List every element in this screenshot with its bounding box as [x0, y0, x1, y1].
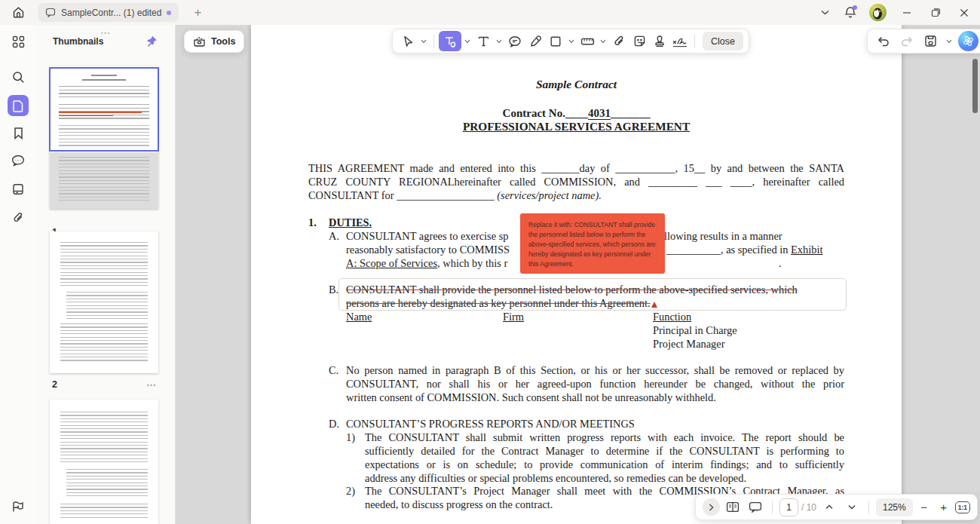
item-1-paragraph: The CONSULTANT shall submit written prog… — [365, 431, 844, 485]
thumbnail-page-3[interactable] — [50, 400, 158, 524]
sidebar-item-thumbnails[interactable] — [8, 95, 29, 116]
doc-heading: PROFESSIONAL SERVICES AGREEMENT — [463, 120, 690, 133]
highlighter-tool-button[interactable] — [525, 32, 545, 51]
paragraph-c: No person named in paragraph B of this S… — [346, 363, 844, 404]
notifications-button[interactable] — [839, 2, 862, 23]
page-options-button[interactable]: ⋯ — [146, 379, 158, 391]
sticky-note-tool-button[interactable] — [505, 32, 525, 51]
collapse-toolbar-button[interactable] — [813, 2, 836, 23]
text-tool-button[interactable] — [473, 32, 493, 51]
document-canvas: Sample Contract Contract No.____4031____… — [176, 25, 980, 524]
cursor-arrow-icon — [402, 35, 415, 47]
comment-bubble-icon — [11, 155, 25, 167]
grid-icon — [12, 35, 25, 48]
home-button[interactable] — [8, 3, 28, 23]
pin-panel-button[interactable] — [145, 35, 158, 48]
paragraph-b-line-2[interactable]: persons are hereby designated as key per… — [346, 296, 657, 310]
thumb2-textblock — [66, 292, 148, 319]
panel-menu-button[interactable] — [8, 31, 29, 52]
sidebar-item-bookmarks[interactable] — [8, 122, 29, 143]
avatar[interactable] — [869, 4, 887, 21]
zoom-out-button[interactable]: − — [916, 498, 933, 516]
close-toolbar-button[interactable]: Close — [703, 32, 743, 51]
measure-dropdown[interactable] — [598, 32, 608, 51]
restore-icon — [931, 8, 941, 17]
thumb3-textblock — [60, 504, 148, 519]
thumb2-textblock — [60, 323, 148, 363]
text-comment-tool-button-active[interactable] — [439, 31, 461, 51]
page-number-input[interactable] — [779, 498, 798, 516]
zoom-in-button[interactable]: + — [936, 498, 952, 516]
function-role-2: Project Manager — [653, 337, 725, 351]
sidebar-item-comments[interactable] — [8, 150, 29, 171]
annotation-toolbar: Close — [392, 29, 749, 54]
document-tab[interactable]: SampleContr... (1) edited — [38, 3, 179, 22]
contract-number-value: 4031 — [588, 107, 611, 120]
actual-size-button[interactable]: 1:1 — [955, 501, 970, 513]
tab-title: SampleContr... (1) edited — [61, 8, 161, 18]
paragraph-a-l2-right: __________, as specified in Exhibit — [666, 243, 822, 256]
function-role-1: Principal in Charge — [653, 323, 737, 337]
shapes-dropdown[interactable] — [566, 32, 577, 51]
left-icon-rail — [0, 25, 36, 524]
item-1-line-1: The CONSULTANT shall submit written prog… — [365, 431, 844, 444]
next-page-button[interactable] — [842, 498, 862, 517]
pdf-page-1[interactable]: Sample Contract Contract No.____4031____… — [251, 25, 902, 524]
toolbar-divider — [433, 35, 434, 48]
sidebar-item-search[interactable] — [8, 66, 29, 87]
comment-panel-icon — [749, 501, 762, 513]
restore-button[interactable] — [923, 2, 948, 23]
text-comment-icon — [443, 35, 457, 48]
select-tool-dropdown[interactable] — [418, 32, 429, 51]
pen-icon — [529, 35, 542, 47]
measure-tool-button[interactable] — [577, 32, 597, 51]
shapes-tool-button[interactable] — [546, 32, 565, 51]
expand-panel-button[interactable] — [703, 498, 720, 516]
ai-assistant-button[interactable] — [958, 31, 978, 51]
tools-button[interactable]: Tools — [184, 30, 244, 53]
select-tool-button[interactable] — [398, 32, 418, 51]
thumb1-viewport-indicator[interactable] — [49, 67, 159, 152]
zoom-level-display[interactable]: 125% — [876, 498, 913, 516]
redo-button-disabled[interactable] — [897, 32, 917, 51]
paragraph-b-line-1[interactable]: CONSULTANT shall provide the personnel l… — [346, 283, 798, 296]
attachment-tool-button[interactable] — [609, 32, 629, 51]
replace-annotation-tooltip[interactable]: Replace it with: CONSULTANT shall provid… — [520, 213, 665, 274]
thumbnail-page-1[interactable] — [50, 66, 158, 209]
intro-line-3: CONSULTANT for __________________ (servi… — [308, 188, 844, 202]
replace-caret-marker — [651, 302, 657, 308]
previous-page-button[interactable] — [819, 498, 839, 517]
sidebar-item-attachments[interactable] — [8, 207, 29, 228]
sign-flag-icon — [11, 501, 25, 513]
sticker-tool-button[interactable] — [629, 32, 649, 51]
save-button[interactable] — [920, 32, 940, 51]
stamp-tool-button[interactable] — [650, 32, 669, 51]
item-2-number: 2) — [346, 484, 355, 498]
annotation-list-button[interactable] — [746, 498, 765, 517]
bookmark-icon — [13, 127, 24, 139]
sidebar-item-sign[interactable] — [8, 496, 29, 517]
close-window-button[interactable] — [951, 2, 977, 23]
thumbnails-panel-title: Thumbnails — [53, 36, 103, 47]
text-comment-dropdown[interactable] — [462, 32, 473, 51]
vertical-scrollbar-thumb[interactable] — [972, 59, 978, 113]
toolbox-icon — [193, 35, 206, 47]
paragraph-d-heading: CONSULTANT’S PROGRESS REPORTS AND/OR MEE… — [346, 417, 635, 431]
thumb3-textblock — [60, 412, 148, 464]
sidebar-item-attachments-file[interactable] — [8, 179, 29, 200]
thumbnail-page-2[interactable] — [50, 231, 158, 373]
redo-icon — [900, 35, 914, 47]
save-dropdown[interactable] — [944, 32, 954, 51]
thumb1-textblock — [59, 157, 149, 201]
text-tool-dropdown[interactable] — [494, 32, 504, 51]
document-content: Sample Contract Contract No.____4031____… — [251, 25, 902, 524]
reading-view-button[interactable] — [723, 498, 743, 517]
undo-button[interactable] — [874, 32, 893, 51]
save-icon — [924, 35, 937, 47]
paragraph-a-label: A. — [329, 229, 339, 243]
minimize-button[interactable] — [894, 2, 920, 23]
column-header-function: Function — [653, 310, 691, 323]
new-tab-button[interactable]: + — [189, 5, 206, 21]
signature-tool-button[interactable] — [670, 32, 690, 51]
paragraph-c-label: C. — [329, 363, 338, 377]
